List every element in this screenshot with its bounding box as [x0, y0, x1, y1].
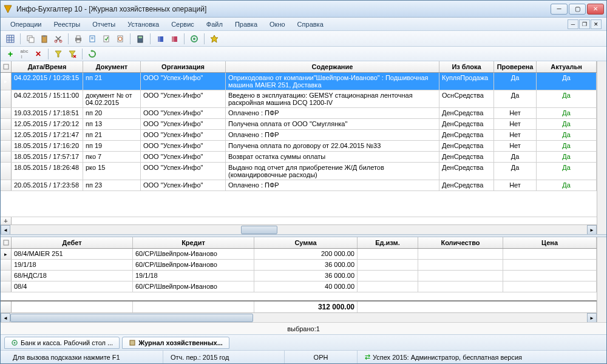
refresh-icon[interactable] [86, 48, 98, 60]
mdi-minimize[interactable]: ─ [568, 19, 578, 29]
close-button[interactable]: ✕ [587, 4, 604, 15]
svg-rect-12 [76, 36, 80, 38]
table-row[interactable]: 18.05.2015 / 18:26:48рко 15ООО "Успех-Ин… [1, 163, 597, 180]
col-checked[interactable]: Проверена [494, 61, 537, 72]
selection-bar: выбрано:1 [1, 322, 606, 334]
corner-cell[interactable] [1, 61, 12, 72]
scroll-right-icon[interactable]: ► [587, 225, 597, 234]
copy-icon[interactable] [24, 33, 36, 45]
toolbar-grid: + abc↕ ✕ [1, 47, 606, 61]
book2-icon[interactable] [168, 33, 180, 45]
add-row-icon[interactable]: + [4, 48, 16, 60]
menu-operations[interactable]: Операции [5, 19, 46, 29]
scroll-left-icon-2[interactable]: ◄ [1, 313, 10, 322]
top-vscroll[interactable] [597, 61, 606, 234]
table-row[interactable]: 18.05.2015 / 17:57:17пко 7ООО "Успех-Инф… [1, 152, 597, 163]
menu-file[interactable]: Файл [202, 19, 228, 29]
bottom-hscroll[interactable]: ◄ ► [1, 312, 597, 322]
col-block[interactable]: Из блока [439, 61, 494, 72]
table-row[interactable]: 20.05.2015 / 17:23:58пп 23ООО "Успех-Инф… [1, 180, 597, 191]
paste-icon[interactable] [38, 33, 50, 45]
doc2-icon[interactable] [100, 33, 112, 45]
table-row[interactable]: 19/1/1860/СР/Швейпром-Иваново36 000.00 [1, 260, 597, 271]
cut-icon[interactable] [52, 33, 64, 45]
book1-icon[interactable] [154, 33, 166, 45]
col-datetime[interactable]: Дата/Время [12, 61, 83, 72]
calc-icon[interactable] [134, 33, 146, 45]
mdi-close[interactable]: ✕ [591, 19, 602, 29]
menu-edit[interactable]: Правка [230, 19, 262, 29]
hscroll-thumb-2[interactable] [10, 314, 253, 322]
svg-rect-30 [4, 64, 8, 69]
col-debit[interactable]: Дебет [12, 237, 133, 248]
table-row[interactable]: 18.05.2015 / 17:16:20пп 19ООО "Успех-Инф… [1, 141, 597, 152]
table-row[interactable]: 12.05.2015 / 17:21:47пп 21ООО "Успех-Инф… [1, 130, 597, 141]
col-price[interactable]: Цена [503, 237, 597, 248]
svg-rect-17 [104, 36, 109, 42]
statusbar: Для вызова подсказки нажмите F1 Отч. пер… [1, 350, 606, 363]
table-row[interactable]: 04.02.2015 / 15:11:00документ № от 04.02… [1, 90, 597, 108]
bottom-grid-header: Дебет Кредит Сумма Ед.изм. Количество Це… [1, 237, 597, 249]
window-controls: ─ ▢ ✕ [551, 4, 604, 15]
menu-registries[interactable]: Реестры [49, 19, 85, 29]
window-title: Инфо-Бухгалтер 10 - [Журнал хозяйственны… [16, 5, 551, 13]
filter-icon[interactable] [52, 48, 64, 60]
gear-icon[interactable] [188, 33, 200, 45]
svg-rect-13 [76, 40, 80, 42]
col-sum[interactable]: Сумма [254, 237, 358, 248]
menu-service[interactable]: Сервис [166, 19, 199, 29]
col-unit[interactable]: Ед.изм. [358, 237, 418, 248]
bottom-grid-body[interactable]: ▸08/4/MAIER 25160/СР/Швейпром-Иваново200… [1, 249, 597, 300]
table-row[interactable]: 12.05.2015 / 17:20:12пп 13ООО "Успех-Инф… [1, 119, 597, 130]
doc3-icon[interactable] [114, 33, 126, 45]
top-grid-body[interactable]: ▸04.02.2015 / 10:28:15пп 21ООО "Успех-Ин… [1, 73, 597, 217]
tab-label-1: Журнал хозяйственных... [138, 339, 223, 346]
status-hint: Для вызова подсказки нажмите F1 [5, 351, 163, 363]
minimize-button[interactable]: ─ [551, 4, 568, 15]
doc1-icon[interactable] [86, 33, 98, 45]
svg-rect-23 [158, 36, 160, 42]
mdi-restore[interactable]: ❐ [579, 19, 590, 29]
star-icon[interactable] [208, 33, 220, 45]
svg-rect-6 [29, 38, 34, 42]
total-row: 312 000.00 [1, 300, 597, 312]
table-row[interactable]: 68/НДС/1819/1/1836 000.00 [1, 271, 597, 281]
corner-cell-2[interactable] [1, 237, 12, 248]
status-mode: ОРН [285, 351, 358, 363]
abc-icon[interactable]: abc↕ [18, 48, 30, 60]
scroll-left-icon[interactable]: ◄ [1, 225, 10, 234]
tab-bank-cash[interactable]: Банк и касса. Рабочий стол ... [4, 337, 120, 349]
menu-window[interactable]: Окно [265, 19, 290, 29]
print-icon[interactable] [72, 33, 84, 45]
col-qty[interactable]: Количество [418, 237, 503, 248]
top-hscroll[interactable]: ◄ ► [1, 224, 597, 234]
table-row[interactable]: ▸08/4/MAIER 25160/СР/Швейпром-Иваново200… [1, 249, 597, 260]
menu-help[interactable]: Справка [293, 19, 328, 29]
table-row[interactable]: ▸04.02.2015 / 10:28:15пп 21ООО "Успех-Ин… [1, 73, 597, 90]
svg-rect-8 [43, 35, 46, 37]
table-row[interactable]: 08/460/СР/Швейпром-Иваново40 000.00 [1, 281, 597, 292]
status-period: Отч. пер.: 2015 год [163, 351, 285, 363]
col-content[interactable]: Содержание [226, 61, 439, 72]
menu-reports[interactable]: Отчеты [87, 19, 120, 29]
tab-journal[interactable]: Журнал хозяйственных... [122, 337, 229, 349]
col-actual[interactable]: Актуальн [537, 61, 597, 72]
svg-rect-34 [130, 340, 135, 345]
menu-setup[interactable]: Установка [123, 19, 164, 29]
selection-count: выбрано:1 [287, 325, 320, 332]
col-org[interactable]: Организация [141, 61, 226, 72]
table-row[interactable]: 19.03.2015 / 17:18:51пп 20ООО "Успех-Инф… [1, 108, 597, 119]
grid-icon[interactable] [4, 33, 16, 45]
filter-clear-icon[interactable] [66, 48, 78, 60]
delete-icon[interactable]: ✕ [32, 48, 44, 60]
col-credit[interactable]: Кредит [133, 237, 254, 248]
bottom-vscroll[interactable] [597, 237, 606, 322]
tab-label-0: Банк и касса. Рабочий стол ... [21, 339, 113, 346]
col-document[interactable]: Документ [83, 61, 141, 72]
svg-rect-31 [4, 240, 8, 245]
maximize-button[interactable]: ▢ [569, 4, 586, 15]
svg-rect-25 [172, 36, 174, 42]
add-row-stub[interactable]: + [1, 217, 12, 224]
hscroll-thumb[interactable] [241, 226, 277, 234]
scroll-right-icon-2[interactable]: ► [587, 313, 597, 322]
